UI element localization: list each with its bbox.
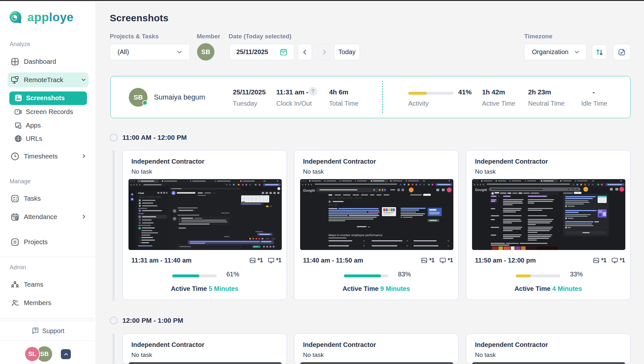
- svg-text:Google: Google: [475, 188, 487, 192]
- svg-text:Chat: Chat: [138, 192, 144, 195]
- svg-text:A: A: [173, 192, 174, 194]
- svg-text:Google: Google: [303, 188, 315, 192]
- svg-text:Ways to monitor employee perfo: Ways to monitor employee performance: [328, 233, 383, 237]
